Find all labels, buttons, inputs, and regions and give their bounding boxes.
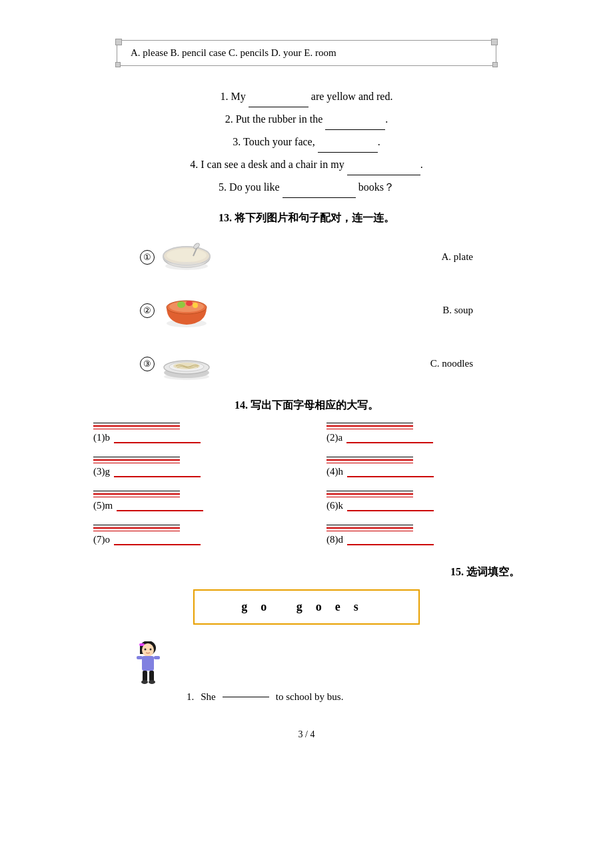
svg-point-30 bbox=[141, 680, 148, 684]
letter-blank-3g bbox=[114, 476, 201, 477]
line-2a-2 bbox=[326, 425, 413, 427]
blank-15 bbox=[223, 697, 269, 697]
letter-label-8d: (8)d bbox=[326, 534, 343, 545]
line-3g-3 bbox=[93, 463, 180, 464]
section13-header: 13. 将下列图片和句子配对，连一连。 bbox=[53, 211, 560, 225]
line-4h-2 bbox=[326, 459, 413, 461]
line-1b-3 bbox=[93, 429, 180, 430]
line-8d-2 bbox=[326, 527, 413, 529]
letter-blank-7o bbox=[114, 544, 201, 545]
circle-3: ③ bbox=[140, 357, 155, 371]
letter-lines-8d-top bbox=[326, 525, 413, 531]
letter-lines-5m-top bbox=[93, 491, 180, 497]
food-image-1 bbox=[160, 235, 213, 279]
match-row-3: ③ C. no bbox=[140, 342, 473, 385]
blank-5 bbox=[283, 197, 356, 198]
line-1b-2 bbox=[93, 425, 180, 427]
line-5m-2 bbox=[93, 493, 180, 495]
svg-point-12 bbox=[193, 303, 198, 308]
sentence-15: 1. She to school by bus. bbox=[187, 691, 343, 703]
line-6k-2 bbox=[326, 493, 413, 495]
svg-point-10 bbox=[177, 301, 185, 308]
letter-item-1b: (1)b bbox=[93, 423, 287, 443]
line-6k-1 bbox=[326, 491, 413, 491]
svg-rect-29 bbox=[149, 671, 154, 681]
line-7o-2 bbox=[93, 527, 180, 529]
letter-label-3g: (3)g bbox=[93, 466, 110, 477]
word-choice-box: go goes bbox=[193, 589, 420, 625]
letter-blank-5m bbox=[117, 510, 203, 511]
girl-figure bbox=[133, 641, 163, 685]
letter-blank-1b bbox=[114, 442, 201, 443]
letter-item-7o: (7)o bbox=[93, 525, 287, 545]
letter-row-6k: (6)k bbox=[326, 500, 434, 511]
line-7o-1 bbox=[93, 525, 180, 525]
svg-point-24 bbox=[150, 649, 152, 651]
line-8d-1 bbox=[326, 525, 413, 525]
letter-lines-6k-top bbox=[326, 491, 413, 497]
letter-row-7o: (7)o bbox=[93, 534, 201, 545]
match-row-2: ② B. so bbox=[140, 289, 473, 332]
svg-point-23 bbox=[145, 649, 147, 651]
section15-header: 15. 选词填空。 bbox=[53, 565, 560, 579]
section15-sentence-area: 1. She to school by bus. bbox=[53, 641, 560, 703]
letter-blank-8d bbox=[347, 544, 434, 545]
line-5m-1 bbox=[93, 491, 180, 491]
fill-sentence-4: 4. I can see a desk and a chair in my . bbox=[53, 154, 560, 175]
fill-sentence-3: 3. Touch your face, . bbox=[53, 131, 560, 153]
letter-item-5m: (5)m bbox=[93, 491, 287, 511]
blank-3 bbox=[318, 152, 378, 153]
svg-rect-26 bbox=[137, 656, 143, 659]
letter-item-4h: (4)h bbox=[326, 457, 520, 477]
letter-lines-7o-top bbox=[93, 525, 180, 531]
svg-point-11 bbox=[186, 301, 193, 306]
line-7o-3 bbox=[93, 531, 180, 532]
match-left-1: ① bbox=[140, 235, 213, 279]
letter-blank-6k bbox=[347, 510, 434, 511]
match-row-1: ① A. plate bbox=[140, 235, 473, 279]
letter-lines-3g-top bbox=[93, 457, 180, 463]
match-label-1: A. plate bbox=[420, 251, 473, 263]
line-2a-1 bbox=[326, 423, 413, 423]
sentence-15-rest: to school by bus. bbox=[276, 691, 344, 703]
svg-rect-27 bbox=[154, 656, 160, 659]
letter-item-3g: (3)g bbox=[93, 457, 287, 477]
fill-sentence-1: 1. My are yellow and red. bbox=[53, 86, 560, 107]
line-4h-1 bbox=[326, 457, 413, 457]
fill-section: 1. My are yellow and red. 2. Put the rub… bbox=[53, 86, 560, 198]
matching-section: ① A. plate bbox=[140, 235, 473, 385]
letter-label-4h: (4)h bbox=[326, 466, 343, 477]
food-image-2 bbox=[160, 289, 213, 332]
line-8d-3 bbox=[326, 531, 413, 532]
letter-item-8d: (8)d bbox=[326, 525, 520, 545]
letter-row-2a: (2)a bbox=[326, 432, 433, 443]
svg-rect-28 bbox=[143, 671, 147, 681]
letter-label-1b: (1)b bbox=[93, 432, 110, 443]
line-4h-3 bbox=[326, 463, 413, 464]
letter-label-7o: (7)o bbox=[93, 534, 110, 545]
letter-label-2a: (2)a bbox=[326, 432, 342, 443]
svg-point-22 bbox=[142, 643, 154, 657]
word-bank: A. please B. pencil case C. pencils D. y… bbox=[117, 40, 496, 66]
match-label-2: B. soup bbox=[420, 305, 473, 316]
letter-row-3g: (3)g bbox=[93, 466, 201, 477]
blank-4 bbox=[347, 175, 420, 175]
circle-1: ① bbox=[140, 250, 155, 265]
food-image-3 bbox=[160, 342, 213, 385]
letter-lines-1b-top bbox=[93, 423, 180, 429]
blank-2 bbox=[325, 129, 385, 130]
letter-blank-4h bbox=[347, 476, 434, 477]
fill-sentence-5: 5. Do you like books？ bbox=[53, 177, 560, 198]
letter-label-5m: (5)m bbox=[93, 500, 113, 511]
blank-1 bbox=[249, 107, 308, 107]
letter-row-5m: (5)m bbox=[93, 500, 203, 511]
line-3g-2 bbox=[93, 459, 180, 461]
letter-label-6k: (6)k bbox=[326, 500, 343, 511]
letter-section: (1)b (2)a (3)g bbox=[53, 423, 560, 552]
letter-item-6k: (6)k bbox=[326, 491, 520, 511]
letter-lines-4h-top bbox=[326, 457, 413, 463]
letter-grid: (1)b (2)a (3)g bbox=[53, 423, 560, 552]
fill-sentence-2: 2. Put the rubber in the . bbox=[53, 109, 560, 130]
match-left-2: ② bbox=[140, 289, 213, 332]
letter-row-4h: (4)h bbox=[326, 466, 434, 477]
